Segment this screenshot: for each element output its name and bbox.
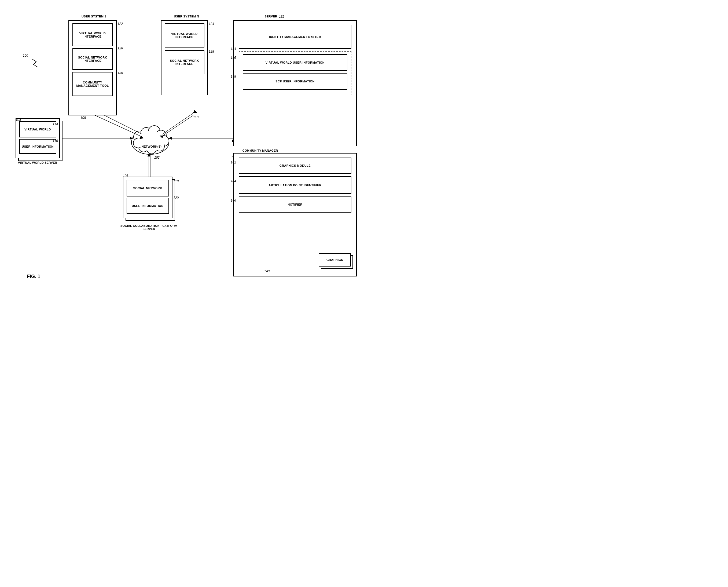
ref-128: 128: [209, 50, 214, 53]
svg-marker-18: [193, 110, 197, 113]
ref-114: 114: [53, 122, 58, 126]
cm-tool-label: COMMUNITY MANAGEMENT TOOL: [73, 81, 112, 87]
articulation-label: ARTICULATION POINT IDENTIFIER: [268, 184, 321, 187]
ref-110: 110: [193, 115, 198, 119]
articulation-box: ARTICULATION POINT IDENTIFIER: [239, 177, 351, 194]
scp-user-info-server-label: SCP USER INFORMATION: [275, 80, 315, 83]
sn-interface-n-label: SOCIAL NETWORK INTERFACE: [165, 59, 204, 66]
ref-102: 102: [154, 156, 160, 160]
svg-line-17: [162, 111, 196, 134]
sn-interface-1-label: SOCIAL NETWORK INTERFACE: [73, 56, 112, 62]
sn-interface-1-box: SOCIAL NETWORK INTERFACE: [72, 48, 113, 70]
ref-142: 142: [231, 161, 236, 164]
ref-116: 116: [53, 139, 58, 143]
ref-138: 138: [231, 75, 236, 78]
ref-148: 148: [264, 269, 270, 273]
ref-104: 104: [16, 118, 21, 122]
data-container: VIRTUAL WORLD USER INFORMATION SCP USER …: [239, 51, 351, 95]
vw-interface-n-label: VIRTUAL WORLD INTERFACE: [165, 32, 204, 39]
scp-server-label: SOCIAL COLLABORATION PLATFORM SERVER: [118, 224, 180, 231]
ref-122: 122: [118, 22, 123, 26]
svg-marker-12: [140, 136, 144, 139]
ref-136: 136: [231, 56, 236, 60]
user-system-n-container: VIRTUAL WORLD INTERFACE SOCIAL NETWORK I…: [161, 20, 208, 95]
svg-marker-26: [148, 153, 150, 157]
community-manager-container: GRAPHICS MODULE ARTICULATION POINT IDENT…: [233, 153, 357, 277]
ref-132: 132: [279, 15, 284, 19]
vw-user-info-label: USER INFORMATION: [22, 145, 53, 148]
svg-point-4: [155, 130, 166, 141]
vw-user-info-server-box: VIRTUAL WORLD USER INFORMATION: [243, 54, 347, 71]
scp-user-info-server-box: SCP USER INFORMATION: [243, 73, 347, 90]
notifier-label: NOTIFIER: [288, 203, 302, 206]
svg-marker-22: [130, 137, 133, 140]
svg-point-2: [141, 127, 151, 138]
diagram: 100 USER SYSTEM 1 VIRTUAL WORLD INTERFAC…: [0, 0, 364, 294]
scp-user-info-box: USER INFORMATION: [127, 198, 169, 214]
svg-line-11: [95, 115, 142, 137]
scp-user-info-label: USER INFORMATION: [132, 204, 163, 208]
ref-120: 120: [173, 196, 179, 200]
ref-106: 106: [123, 174, 128, 178]
fig-label: FIG. 1: [27, 274, 40, 279]
social-network-box: SOCIAL NETWORK: [127, 180, 169, 196]
notifier-box: NOTIFIER: [239, 196, 351, 213]
ref-146: 146: [231, 198, 236, 203]
graphics-box: GRAPHICS: [319, 253, 351, 266]
vw-interface-1-label: VIRTUAL WORLD INTERFACE: [73, 32, 112, 38]
network-cloud: [131, 125, 169, 154]
user-system1-label: USER SYSTEM 1: [72, 15, 115, 18]
vw-user-info-box: USER INFORMATION: [19, 139, 56, 154]
user-system-n-label: USER SYSTEM N: [165, 15, 208, 18]
community-manager-label: COMMUNITY MANAGER: [233, 149, 287, 152]
cm-tool-box: COMMUNITY MANAGEMENT TOOL: [72, 72, 113, 96]
vw-interface-n-box: VIRTUAL WORLD INTERFACE: [165, 23, 204, 47]
ref-130: 130: [118, 71, 123, 75]
diagram-ref: 100: [23, 54, 28, 57]
svg-point-3: [148, 125, 160, 137]
svg-marker-30: [168, 137, 172, 140]
ref-124: 124: [209, 22, 214, 26]
graphics-module-box: GRAPHICS MODULE: [239, 158, 351, 174]
social-network-label: SOCIAL NETWORK: [133, 187, 162, 190]
svg-marker-16: [160, 136, 164, 138]
svg-point-0: [131, 130, 169, 154]
svg-point-5: [158, 136, 169, 146]
ref-144: 144: [231, 179, 236, 183]
graphics-label: GRAPHICS: [326, 258, 343, 261]
scp-server-container: SOCIAL NETWORK USER INFORMATION: [123, 177, 172, 218]
server-container: IDENTITY MANAGEMENT SYSTEM VIRTUAL WORLD…: [233, 20, 357, 146]
ref-108: 108: [80, 116, 86, 120]
virtual-world-label: VIRTUAL WORLD: [24, 128, 51, 131]
vw-server-label: VIRTUAL WORLD SERVER: [16, 161, 59, 164]
identity-mgmt-box: IDENTITY MANAGEMENT SYSTEM: [239, 25, 351, 49]
ref-126: 126: [118, 46, 123, 50]
ref-134: 134: [231, 47, 236, 51]
svg-line-15: [161, 115, 193, 137]
svg-point-1: [134, 131, 145, 143]
network-label: NETWORK(S): [140, 145, 164, 148]
virtual-world-box: VIRTUAL WORLD: [19, 121, 56, 137]
user-system1-container: VIRTUAL WORLD INTERFACE SOCIAL NETWORK I…: [68, 20, 117, 115]
sn-interface-n-box: SOCIAL NETWORK INTERFACE: [165, 50, 204, 74]
vw-user-info-server-label: VIRTUAL WORLD USER INFORMATION: [266, 61, 325, 64]
ref-118: 118: [173, 179, 179, 183]
identity-mgmt-label: IDENTITY MANAGEMENT SYSTEM: [269, 35, 321, 39]
vw-interface-1-box: VIRTUAL WORLD INTERFACE: [72, 23, 113, 46]
graphics-module-label: GRAPHICS MODULE: [280, 164, 311, 167]
